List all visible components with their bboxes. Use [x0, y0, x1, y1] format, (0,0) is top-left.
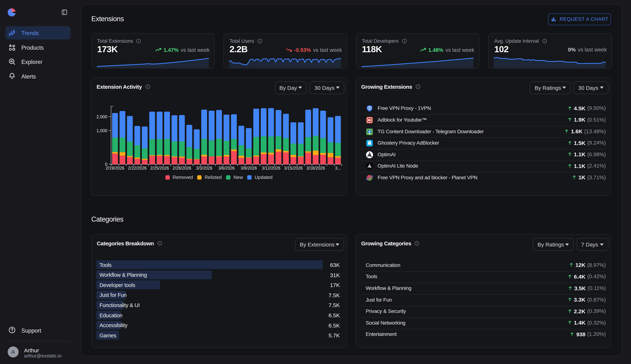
svg-text:3/6/2026: 3/6/2026 — [218, 166, 235, 170]
svg-text:3/18/2026: 3/18/2026 — [306, 166, 325, 170]
svg-text:3/3/2026: 3/3/2026 — [196, 166, 212, 170]
svg-text:2/22/2026: 2/22/2026 — [128, 166, 146, 170]
svg-text:2/28/2026: 2/28/2026 — [172, 166, 191, 170]
svg-text:2,000: 2,000 — [96, 114, 107, 119]
svg-text:2/19/2026: 2/19/2026 — [106, 166, 124, 170]
svg-text:3/15/2026: 3/15/2026 — [284, 166, 303, 170]
svg-text:3...: 3... — [335, 166, 341, 170]
svg-text:3/9/2026: 3/9/2026 — [241, 166, 257, 170]
svg-text:1,000: 1,000 — [96, 128, 107, 133]
svg-text:2/25/2026: 2/25/2026 — [150, 166, 169, 170]
svg-text:3/12/2026: 3/12/2026 — [262, 166, 280, 170]
